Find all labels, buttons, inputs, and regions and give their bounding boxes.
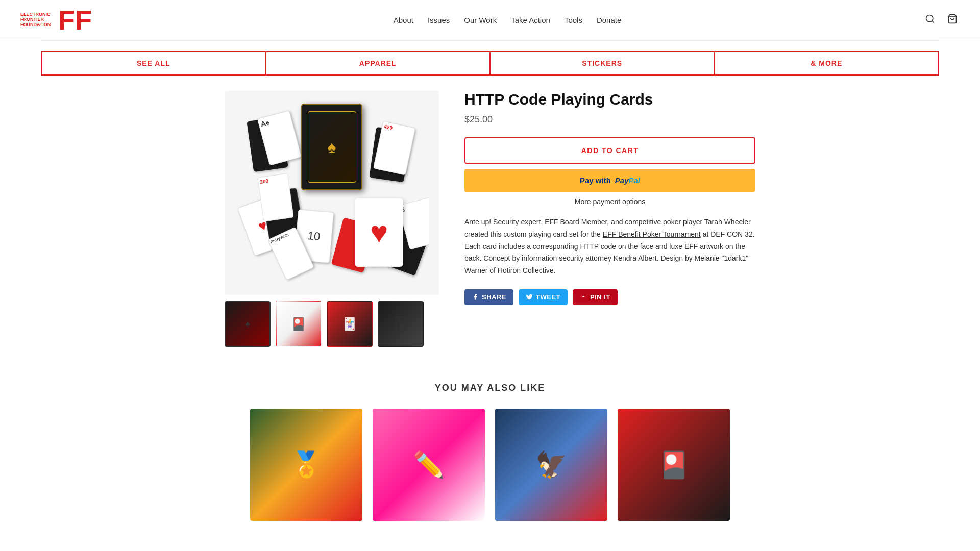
main-product-image: ♥ 10 A 5 Proxy Auth ♥ ♠ A♠ xyxy=(225,91,439,295)
also-like-grid: 🏅 ✏️ 🦅 🎴 xyxy=(41,409,939,521)
product-price: $25.00 xyxy=(464,114,755,125)
social-share: SHARE TWEET PIN IT xyxy=(464,289,755,305)
thumbnail-1[interactable]: ♠ xyxy=(225,301,271,347)
recommended-product-image-4: 🎴 xyxy=(618,409,730,521)
share-pinterest-button[interactable]: PIN IT xyxy=(573,289,618,305)
eff-poker-link[interactable]: EFF Benefit Poker Tournament xyxy=(603,230,701,238)
paypal-prefix: Pay with xyxy=(580,176,611,185)
thumbnail-2[interactable]: 🎴 xyxy=(276,301,322,347)
logo-text: ELECTRONIC FRONTIER FOUNDATION xyxy=(20,12,56,28)
paypal-button[interactable]: Pay with PayPal xyxy=(464,169,755,192)
more-payment-link[interactable]: More payment options xyxy=(575,197,646,206)
recommended-product-image-3: 🦅 xyxy=(495,409,607,521)
product-section: ♥ 10 A 5 Proxy Auth ♥ ♠ A♠ xyxy=(184,76,796,362)
product-info: HTTP Code Playing Cards $25.00 ADD TO CA… xyxy=(464,91,755,347)
recommended-product-image-2: ✏️ xyxy=(373,409,485,521)
product-title: HTTP Code Playing Cards xyxy=(464,91,755,108)
site-header: ELECTRONIC FRONTIER FOUNDATION FF About … xyxy=(0,0,980,40)
main-nav: About Issues Our Work Take Action Tools … xyxy=(394,16,622,24)
thumbnail-4[interactable]: 🂡 xyxy=(378,301,424,347)
more-payment-options: More payment options xyxy=(464,197,755,206)
header-icons xyxy=(923,12,960,29)
cat-apparel[interactable]: APPAREL xyxy=(266,52,491,74)
product-images: ♥ 10 A 5 Proxy Auth ♥ ♠ A♠ xyxy=(225,91,439,347)
search-button[interactable] xyxy=(923,12,937,29)
share-pinterest-label: PIN IT xyxy=(590,293,610,301)
add-to-cart-button[interactable]: ADD TO CART xyxy=(464,137,755,164)
recommended-product-1[interactable]: 🏅 xyxy=(250,409,362,521)
share-twitter-button[interactable]: TWEET xyxy=(519,289,568,305)
nav-take-action[interactable]: Take Action xyxy=(511,16,550,24)
share-facebook-label: SHARE xyxy=(482,293,506,301)
header-divider xyxy=(41,40,939,41)
share-twitter-label: TWEET xyxy=(536,293,560,301)
recommended-product-2[interactable]: ✏️ xyxy=(373,409,485,521)
cat-see-all[interactable]: SEE ALL xyxy=(42,52,266,74)
category-bar: SEE ALL APPAREL STICKERS & MORE xyxy=(41,51,939,76)
nav-donate[interactable]: Donate xyxy=(597,16,621,24)
paypal-logo: PayPal xyxy=(615,176,640,185)
nav-tools[interactable]: Tools xyxy=(565,16,582,24)
cat-more[interactable]: & MORE xyxy=(715,52,939,74)
nav-issues[interactable]: Issues xyxy=(428,16,450,24)
thumbnail-3[interactable]: 🃏 xyxy=(327,301,373,347)
recommended-product-image-1: 🏅 xyxy=(250,409,362,521)
product-description: Ante up! Security expert, EFF Board Memb… xyxy=(464,216,755,277)
also-like-section: YOU MAY ALSO LIKE 🏅 ✏️ 🦅 🎴 xyxy=(0,362,980,541)
nav-our-work[interactable]: Our Work xyxy=(464,16,497,24)
cat-stickers[interactable]: STICKERS xyxy=(491,52,715,74)
cart-button[interactable] xyxy=(945,12,960,29)
logo-ff: FF xyxy=(58,6,92,34)
nav-about[interactable]: About xyxy=(394,16,413,24)
recommended-product-4[interactable]: 🎴 xyxy=(618,409,730,521)
svg-line-1 xyxy=(932,20,934,22)
product-thumbnails: ♠ 🎴 🃏 🂡 xyxy=(225,301,439,347)
also-like-title: YOU MAY ALSO LIKE xyxy=(41,383,939,393)
share-facebook-button[interactable]: SHARE xyxy=(464,289,513,305)
logo[interactable]: ELECTRONIC FRONTIER FOUNDATION FF xyxy=(20,6,92,34)
recommended-product-3[interactable]: 🦅 xyxy=(495,409,607,521)
svg-point-0 xyxy=(926,15,933,21)
